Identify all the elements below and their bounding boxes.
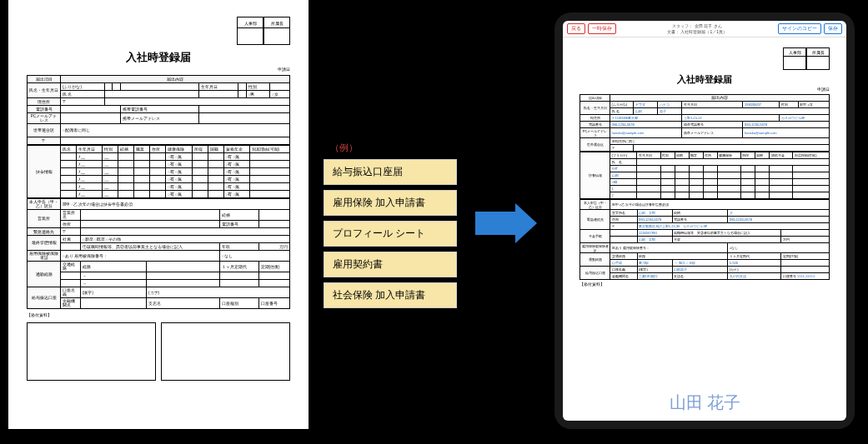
paper-form: 人事部 所属長 入社時登録届 申請日 届出項目届出内容 氏名・生年月日 (ふりが…: [8, 0, 309, 429]
copy-sign-button[interactable]: サインのコピー: [778, 23, 821, 34]
paper-table-dependents: 扶養情報 氏名 生年月日 性別 続柄 職業 住所 健康保険 所得 国籍 資格年金…: [27, 145, 290, 198]
paper-table-lower: 本人申告（甲・乙）区分☒甲 ○乙 次年の場合は扶養申告書必須 営業所営業所名続柄…: [27, 198, 290, 309]
tablet-toolbar: 戻る 一時保存 スタッフ： 金田 花子 さん 文書： 入社時登録届（1／1頁） …: [563, 21, 846, 37]
form-title: 入社時登録届: [27, 50, 290, 65]
attach-label: 【添付資料】: [27, 312, 290, 317]
example-item-5: 社会保険 加入申請書: [324, 282, 457, 308]
example-item-2: 雇用保険 加入申請書: [324, 190, 457, 216]
tablet-form-title: 入社時登録届: [580, 73, 830, 86]
example-item-3: プロフィール シート: [324, 221, 457, 247]
arrow-right-icon: [475, 212, 515, 235]
stamp-label-mgr: 所属長: [263, 17, 290, 28]
tablet-table-dependents: 扶養情報 (フリガナ) 生年月日 性別 続柄 職業 住所 健康保険 所得 国籍 …: [580, 152, 830, 199]
signature: 山田 花子: [670, 392, 740, 414]
draft-save-button[interactable]: 一時保存: [588, 23, 616, 34]
stamp-label-hr: 人事部: [237, 17, 263, 28]
tablet-screen: 戻る 一時保存 スタッフ： 金田 花子 さん 文書： 入社時登録届（1／1頁） …: [563, 21, 846, 421]
save-button[interactable]: 保存: [824, 23, 842, 34]
tablet-device: 戻る 一時保存 スタッフ： 金田 花子 さん 文書： 入社時登録届（1／1頁） …: [554, 12, 855, 429]
document-examples-list: （例） 給与振込口座届 雇用保険 加入申請書 プロフィール シート 雇用契約書 …: [324, 142, 457, 313]
example-item-4: 雇用契約書: [324, 252, 457, 277]
paper-table-main: 届出項目届出内容 氏名・生年月日 (ふりがな) 生年月日 性別 氏 名 ○男○女…: [27, 75, 290, 145]
tablet-table-main: 届出項目届出内容 氏名・生年月日 (ふりがな) ヤマダ ハナコ 生年月日 199…: [580, 94, 830, 152]
attach-boxes: [27, 322, 290, 381]
toolbar-info: スタッフ： 金田 花子 さん 文書： 入社時登録届（1／1頁）: [667, 23, 727, 34]
applicant-date-label: 申請日: [27, 67, 290, 72]
back-button[interactable]: 戻る: [567, 23, 585, 34]
tablet-form: 人事部 所属長 入社時登録届 申請日 届出項目届出内容 氏名・生年月日 (ふりが…: [563, 37, 846, 292]
example-note: （例）: [330, 142, 457, 154]
example-item-1: 給与振込口座届: [324, 159, 457, 185]
tablet-table-lower: 本人申告（甲・乙）区分☒甲 ○乙 次年の場合は扶養申告書必須 緊急連絡先営業所名…: [580, 199, 830, 280]
